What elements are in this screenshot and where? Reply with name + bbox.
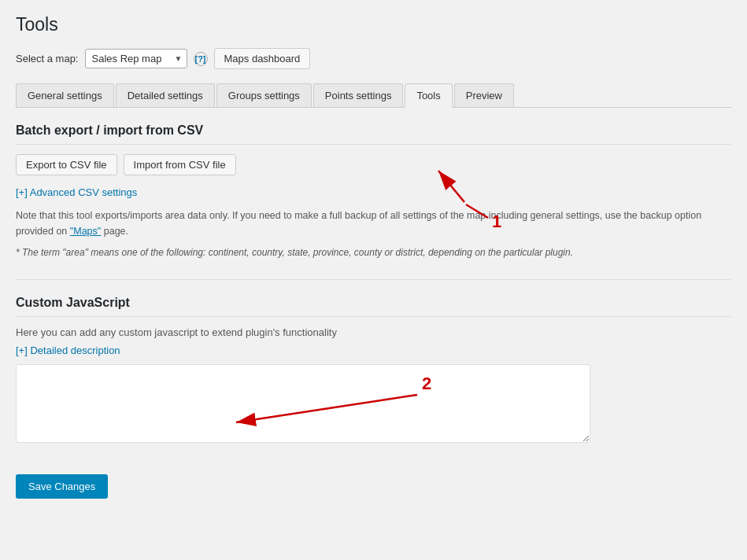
tab-preview[interactable]: Preview xyxy=(454,83,514,107)
custom-js-textarea[interactable] xyxy=(16,364,590,443)
content-area: 1 2 Batch export / import from CSV Expor… xyxy=(16,123,731,443)
batch-export-title: Batch export / import from CSV xyxy=(16,123,731,145)
batch-export-section: Batch export / import from CSV Export to… xyxy=(16,123,731,260)
tab-points[interactable]: Points settings xyxy=(313,83,404,107)
custom-js-description: Here you can add any custom javascript t… xyxy=(16,326,731,338)
page-title: Tools xyxy=(16,14,731,35)
map-select-wrapper: Sales Rep map ▼ xyxy=(85,49,187,68)
import-csv-button[interactable]: Import from CSV file xyxy=(124,154,236,175)
tab-general[interactable]: General settings xyxy=(16,83,114,107)
area-definition-note: * The term "area" means one of the follo… xyxy=(16,245,731,260)
maps-dashboard-button[interactable]: Maps dashboard xyxy=(214,48,311,69)
csv-buttons-row: Export to CSV file Import from CSV file xyxy=(16,154,731,175)
map-select-label: Select a map: xyxy=(16,53,79,64)
detailed-description-link[interactable]: [+] Detailed description xyxy=(16,344,120,356)
tab-detailed[interactable]: Detailed settings xyxy=(116,83,215,107)
maps-page-link[interactable]: "Maps" xyxy=(70,226,101,237)
section-divider xyxy=(16,279,731,280)
save-changes-button[interactable]: Save Changes xyxy=(16,474,108,499)
custom-js-section: Custom JavaScript Here you can add any c… xyxy=(16,296,731,443)
tab-tools[interactable]: Tools xyxy=(405,83,452,108)
map-select-row: Select a map: Sales Rep map ▼ [?] Maps d… xyxy=(16,48,731,69)
map-select[interactable]: Sales Rep map xyxy=(85,49,187,68)
export-note: Note that this tool exports/imports area… xyxy=(16,208,731,239)
custom-js-title: Custom JavaScript xyxy=(16,296,731,317)
tabs-row: General settings Detailed settings Group… xyxy=(16,83,731,108)
export-csv-button[interactable]: Export to CSV file xyxy=(16,154,117,175)
tab-groups[interactable]: Groups settings xyxy=(216,83,312,107)
help-link[interactable]: [?] xyxy=(194,52,208,66)
advanced-csv-link[interactable]: [+] Advanced CSV settings xyxy=(16,186,137,198)
